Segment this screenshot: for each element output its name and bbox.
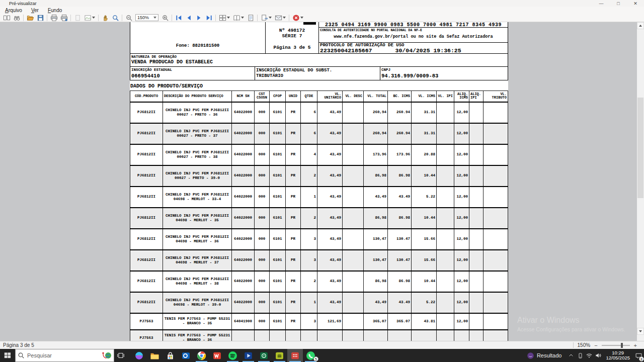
chevron-down-icon[interactable] (241, 17, 244, 19)
cnpj-label: CNPJ (381, 68, 508, 72)
invoice-series: SÉRIE 7 (266, 34, 318, 39)
table-cell: CHINELO INJ PVC FEM PJ6812II 04698 - MER… (163, 292, 232, 313)
zoom-out-icon[interactable] (124, 14, 134, 22)
column-header: CST CSOSN (255, 91, 270, 102)
previous-page-icon[interactable] (184, 14, 194, 22)
chevron-down-icon[interactable] (92, 17, 95, 19)
whatsapp-icon[interactable]: 5 (303, 349, 318, 362)
column-header: CFOP (270, 91, 286, 102)
network-tray-item[interactable] (585, 349, 594, 362)
pan-hand-icon[interactable] (100, 14, 110, 22)
multi-page-view-icon[interactable] (217, 14, 227, 22)
tray-expand-button[interactable] (567, 349, 576, 362)
find-icon[interactable] (12, 14, 22, 22)
resultado-taskbar-item[interactable]: Resultado (522, 349, 567, 362)
table-cell: 260,94 (364, 102, 388, 123)
volume-tray-item[interactable] (594, 349, 603, 362)
chevron-down-icon[interactable] (283, 17, 286, 19)
table-cell: 130,47 (364, 229, 388, 250)
image-select-icon[interactable] (83, 14, 93, 22)
page-preview-icon[interactable] (72, 14, 83, 22)
last-page-icon[interactable] (204, 14, 214, 22)
table-row: PJ6812IICHINELO INJ PVC FEM PJ6812II 046… (130, 250, 508, 271)
zoom-slider[interactable] (602, 345, 630, 346)
scroll-up-button[interactable] (637, 22, 644, 29)
table-cell: 64022000 (232, 208, 255, 229)
table-cell: 43,49 (317, 292, 343, 313)
device-tray-item[interactable] (576, 349, 585, 362)
chevron-down-icon[interactable] (300, 17, 303, 19)
open-folder-icon[interactable] (25, 14, 35, 22)
chrome-icon[interactable] (194, 349, 209, 362)
save-icon[interactable] (35, 14, 45, 22)
table-cell: 6101 (270, 292, 286, 313)
preview-layout-icon[interactable] (2, 14, 12, 22)
notification-center-button[interactable]: 8 (633, 349, 644, 362)
zoom-out-button[interactable]: − (594, 342, 597, 348)
invoice-number-cell: Nº 498172 SÉRIE 7 Página 3 de 5 (266, 22, 319, 53)
table-cell (343, 292, 364, 313)
chevron-down-icon[interactable] (227, 17, 230, 19)
next-page-icon[interactable] (194, 14, 204, 22)
search-input[interactable]: Pesquisar (15, 349, 114, 362)
protocolo-values: 223250042185667 30/04/2025 19:36:25 (319, 48, 508, 53)
microsoft-store-icon[interactable] (163, 349, 178, 362)
zoom-slider-thumb[interactable] (621, 343, 623, 348)
column-header: CÓD.PRODUTO (130, 91, 163, 102)
table-cell: 130.47 (388, 229, 412, 250)
minimize-button[interactable]: — (593, 0, 610, 7)
scroll-down-button[interactable] (637, 328, 644, 335)
table-cell (484, 102, 508, 123)
table-cell (343, 208, 364, 229)
table-cell: PJ7563 (130, 313, 163, 330)
toolbar-separator (70, 15, 71, 21)
chevron-down-icon[interactable] (269, 17, 272, 19)
close-preview-icon[interactable] (291, 14, 301, 22)
yellow-app-icon[interactable] (272, 349, 287, 362)
mail-icon[interactable] (273, 14, 283, 22)
zoom-in-button[interactable]: + (634, 342, 637, 348)
zoom-in-icon[interactable] (160, 14, 170, 22)
spotify-icon[interactable] (225, 349, 240, 362)
zoom-lens-icon[interactable] (110, 14, 120, 22)
column-header: BC. ICMS (388, 91, 412, 102)
movies-tv-icon[interactable] (240, 349, 256, 362)
table-cell: 15.66 (412, 250, 437, 271)
first-page-icon[interactable] (174, 14, 184, 22)
taskbar-clock[interactable]: 10:29 12/05/2025 (603, 350, 633, 360)
table-cell: 64022000 (232, 102, 255, 123)
task-view-button[interactable] (114, 349, 127, 362)
network-icon (586, 352, 593, 359)
consulta-label: CONSULTA DE AUTENTICIDADE NO PORTAL NACI… (319, 28, 508, 32)
menu-ver[interactable]: Ver (31, 8, 39, 13)
unread-badge: 5 (313, 356, 318, 361)
zoom-level-combo[interactable]: 150% (135, 14, 158, 21)
copilot-icon[interactable] (131, 349, 147, 362)
file-explorer-icon[interactable] (147, 349, 163, 362)
vertical-scrollbar[interactable] (637, 22, 644, 341)
red-app-icon[interactable] (287, 349, 303, 362)
menu-fundo[interactable]: Fundo (48, 8, 62, 13)
product-table: CÓD.PRODUTODESCRIÇÃO DO PRODUTO SERVIÇON… (130, 90, 508, 341)
book-view-icon[interactable] (231, 14, 242, 22)
scrollbar-thumb[interactable] (637, 98, 643, 198)
outlook-icon[interactable] (178, 349, 194, 362)
start-button[interactable] (0, 349, 15, 362)
table-cell: PR (286, 208, 301, 229)
menu-arquivo[interactable]: Arquivo (5, 8, 22, 13)
toolbar-separator (122, 15, 122, 21)
green-app-icon[interactable] (256, 349, 272, 362)
table-cell: 000 (255, 229, 270, 250)
chevron-up-icon (639, 25, 642, 27)
wps-office-icon[interactable] (209, 349, 225, 362)
restore-button[interactable]: □ (610, 0, 627, 7)
print-icon[interactable] (49, 14, 59, 22)
table-cell: 6101 (270, 123, 286, 144)
table-cell (484, 313, 508, 330)
close-button[interactable]: ✕ (627, 0, 644, 7)
print-file-icon[interactable] (59, 14, 69, 22)
export-page-icon[interactable] (259, 14, 269, 22)
table-cell: 6101 (270, 144, 286, 165)
table-cell: 43,49 (317, 229, 343, 250)
single-page-view-icon[interactable] (246, 14, 256, 22)
